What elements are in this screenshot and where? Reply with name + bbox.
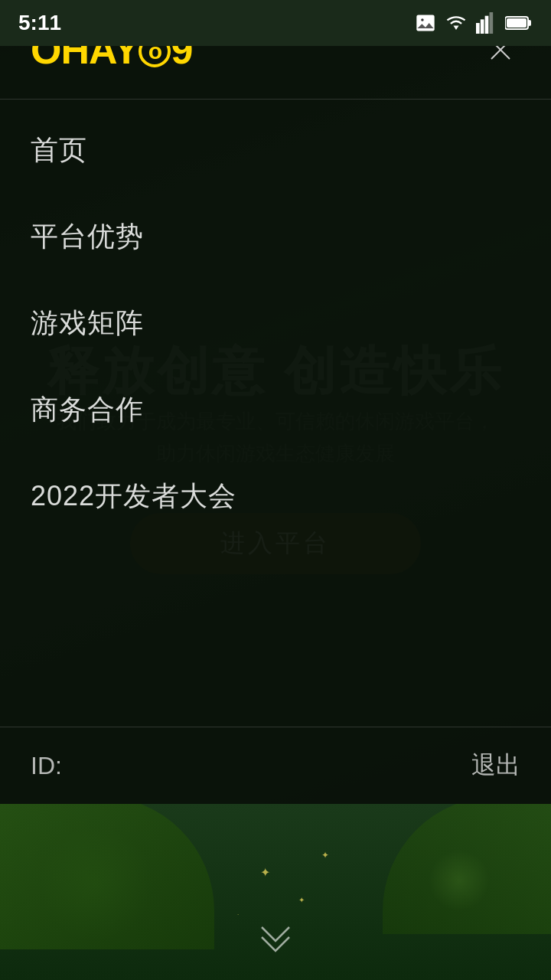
menu-footer: ID: 退出 xyxy=(0,727,551,804)
sparkle-1: ✦ xyxy=(260,865,270,880)
nav-item-home[interactable]: 首页 xyxy=(0,107,551,194)
nav-item-developer-conference[interactable]: 2022开发者大会 xyxy=(0,453,551,540)
status-bar: 5:11 xyxy=(0,0,551,46)
svg-rect-6 xyxy=(490,12,494,34)
svg-rect-8 xyxy=(528,20,531,26)
svg-point-1 xyxy=(421,18,424,21)
leaf-decoration-right xyxy=(383,804,551,934)
svg-rect-9 xyxy=(507,18,527,28)
nav-menu: 首页 平台优势 游戏矩阵 商务合作 2022开发者大会 xyxy=(0,100,551,547)
image-icon xyxy=(415,12,436,34)
logout-button[interactable]: 退出 xyxy=(471,749,520,782)
status-time: 5:11 xyxy=(18,11,61,35)
svg-rect-0 xyxy=(416,15,434,31)
sparkle-4: · xyxy=(237,911,239,918)
nav-item-business-cooperation[interactable]: 商务合作 xyxy=(0,367,551,453)
battery-icon xyxy=(505,12,533,34)
nav-item-game-matrix[interactable]: 游戏矩阵 xyxy=(0,280,551,367)
svg-rect-5 xyxy=(485,16,489,34)
wifi-icon xyxy=(444,12,468,34)
sparkle-3: ✦ xyxy=(321,850,329,861)
scroll-down-chevron[interactable] xyxy=(253,916,298,965)
user-id: ID: xyxy=(31,752,62,780)
signal-icon xyxy=(476,12,497,34)
status-icons xyxy=(415,12,533,34)
leaf-decoration-left xyxy=(0,804,214,949)
menu-panel: OHAYo9 首页 平台优势 游戏矩阵 商务合作 2022开发者大会 ID: 退… xyxy=(0,0,551,804)
svg-rect-4 xyxy=(481,19,484,34)
bottom-area: ✦ ✦ ✦ · xyxy=(0,804,551,980)
sparkle-2: ✦ xyxy=(298,896,305,904)
nav-item-platform-advantage[interactable]: 平台优势 xyxy=(0,194,551,280)
svg-rect-3 xyxy=(476,23,480,34)
svg-marker-2 xyxy=(453,26,458,30)
